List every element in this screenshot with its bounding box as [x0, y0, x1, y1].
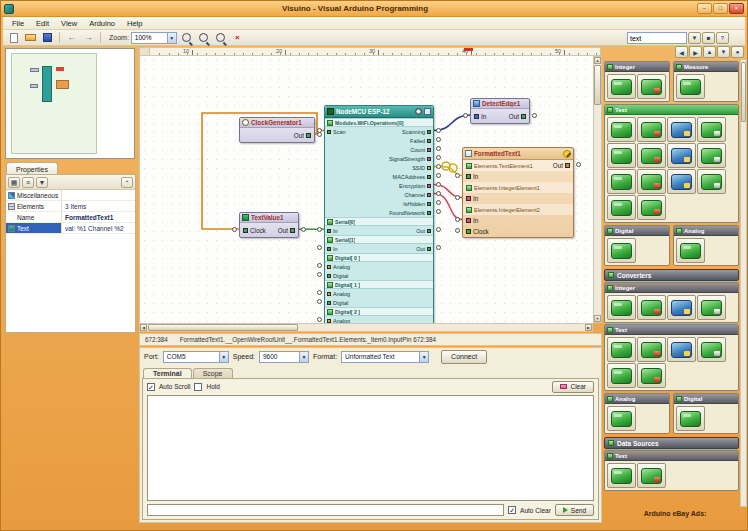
block-formattedtext1[interactable]: FormattedText1Elements.TextElement1OutIn…	[462, 147, 574, 238]
toolbox-section-header[interactable]: Text	[605, 105, 738, 115]
detectedge1-header[interactable]: DetectEdge1	[471, 99, 529, 109]
properties-sort-icon[interactable]: ≡	[22, 177, 34, 188]
zoom-fit-button[interactable]	[213, 31, 228, 44]
property-value[interactable]: val: %1 Channel %2	[62, 223, 135, 233]
component-tile[interactable]	[607, 406, 636, 431]
component-tile[interactable]	[637, 74, 666, 99]
component-tile[interactable]	[637, 117, 666, 142]
input-pin[interactable]	[466, 196, 471, 201]
component-tile[interactable]	[667, 117, 696, 142]
nodemcu-output-connector[interactable]	[436, 191, 441, 196]
output-pin[interactable]	[427, 148, 431, 152]
input-pin[interactable]	[327, 229, 331, 233]
scroll-thumb[interactable]	[594, 65, 601, 105]
scroll-thumb[interactable]	[741, 62, 746, 122]
component-tile[interactable]	[607, 295, 636, 320]
nodemcu-output-connector[interactable]	[436, 164, 441, 169]
toolbox-section-header[interactable]: Digital	[674, 394, 738, 404]
component-tile[interactable]	[697, 117, 726, 142]
undo-button[interactable]: ←	[64, 31, 79, 44]
nodemcu-output-connector[interactable]	[436, 146, 441, 151]
toolbox-section-header[interactable]: Digital	[605, 226, 669, 236]
input-pin[interactable]	[474, 114, 479, 119]
zoom-in-button[interactable]	[179, 31, 194, 44]
clear-button[interactable]: Clear	[552, 381, 594, 393]
toolbox-nav-back-icon[interactable]: ◀	[675, 46, 688, 58]
nodemcu-header[interactable]: NodeMCU ESP-12	[325, 106, 433, 118]
input-pin[interactable]	[327, 130, 331, 134]
component-tile[interactable]	[637, 169, 666, 194]
output-pin[interactable]	[521, 114, 526, 119]
output-pin[interactable]	[427, 130, 431, 134]
detectedge1-input-connector[interactable]	[463, 113, 468, 118]
canvas-vertical-scrollbar[interactable]: ▲ ▼	[593, 56, 602, 323]
component-tile[interactable]	[607, 74, 636, 99]
tab-terminal[interactable]: Terminal	[143, 368, 192, 378]
send-input[interactable]	[147, 504, 504, 516]
toolbox-section-header[interactable]: Text	[605, 451, 738, 461]
menu-arduino[interactable]: Arduino	[84, 18, 120, 29]
component-tile[interactable]	[676, 74, 705, 99]
toolbox-section-header[interactable]: Measure	[674, 62, 738, 72]
component-tile[interactable]	[637, 295, 666, 320]
component-tile[interactable]	[697, 337, 726, 362]
component-tile[interactable]	[637, 143, 666, 168]
hold-checkbox[interactable]	[194, 383, 202, 391]
edit-pencil-icon[interactable]	[563, 150, 571, 158]
toolbox-scrollbar[interactable]	[740, 59, 747, 507]
send-button[interactable]: Send	[555, 504, 594, 516]
input-pin[interactable]	[327, 292, 331, 296]
toolbox-section-header[interactable]: Analog	[674, 226, 738, 236]
input-pin[interactable]	[327, 319, 331, 323]
nodemcu-output-connector[interactable]	[436, 245, 441, 250]
input-pin[interactable]	[327, 301, 331, 305]
component-tile[interactable]	[676, 406, 705, 431]
output-pin[interactable]	[427, 202, 431, 206]
property-value[interactable]	[62, 190, 135, 200]
redo-button[interactable]: →	[81, 31, 96, 44]
output-pin[interactable]	[427, 139, 431, 143]
toolbox-section-header[interactable]: Integer	[605, 62, 669, 72]
component-tile[interactable]	[667, 337, 696, 362]
property-row-elements[interactable]: Elements3 Items	[6, 201, 135, 212]
canvas-horizontal-scrollbar[interactable]: ◀ ▶	[139, 323, 593, 332]
maximize-button[interactable]: □	[713, 3, 728, 14]
scroll-left-icon[interactable]: ◀	[140, 324, 147, 331]
input-pin[interactable]	[466, 229, 471, 234]
output-pin[interactable]	[427, 211, 431, 215]
output-pin[interactable]	[306, 133, 311, 138]
component-tile[interactable]	[607, 195, 636, 220]
component-tile[interactable]	[697, 295, 726, 320]
toolbox-section-header[interactable]: Analog	[605, 394, 669, 404]
component-tile[interactable]	[697, 169, 726, 194]
input-pin[interactable]	[466, 218, 471, 223]
block-detectedge1[interactable]: DetectEdge1InOut	[470, 98, 530, 124]
scroll-down-icon[interactable]: ▼	[594, 315, 601, 322]
textvalue1-header[interactable]: TextValue1	[240, 213, 298, 223]
auto-clear-checkbox[interactable]: ✓	[508, 506, 516, 514]
toolbox-expand-icon[interactable]: ▼	[717, 46, 730, 58]
close-button[interactable]: ×	[729, 3, 744, 14]
block-nodemcu[interactable]: NodeMCU ESP-12Modules.WiFi.Operations[0]…	[324, 105, 434, 323]
property-row-name[interactable]: NameFormattedText1	[6, 212, 135, 223]
formattedtext1-input-connector[interactable]	[455, 195, 460, 200]
component-tile[interactable]	[697, 143, 726, 168]
component-tile[interactable]	[637, 463, 666, 488]
component-tile[interactable]	[607, 169, 636, 194]
component-tile[interactable]	[607, 363, 636, 388]
minimize-button[interactable]: −	[697, 3, 712, 14]
toolbox-nav-forward-icon[interactable]: ▶	[689, 46, 702, 58]
nodemcu-input-connector[interactable]	[317, 128, 322, 133]
output-pin[interactable]	[427, 247, 431, 251]
design-canvas[interactable]: ClockGenerator1OutTextValue1ClockOutNode…	[139, 56, 593, 323]
nodemcu-output-connector[interactable]	[436, 128, 441, 133]
search-filter-button[interactable]: ■	[702, 32, 715, 44]
output-pin[interactable]	[427, 166, 431, 170]
search-options-button[interactable]: ▼	[688, 32, 701, 44]
property-row-miscellaneous[interactable]: Miscellaneous	[6, 190, 135, 201]
component-tile[interactable]	[676, 238, 705, 263]
toolbox-pin-icon[interactable]: ●	[731, 46, 744, 58]
zoom-out-button[interactable]	[196, 31, 211, 44]
output-pin[interactable]	[565, 163, 570, 168]
scroll-thumb[interactable]	[148, 324, 298, 331]
